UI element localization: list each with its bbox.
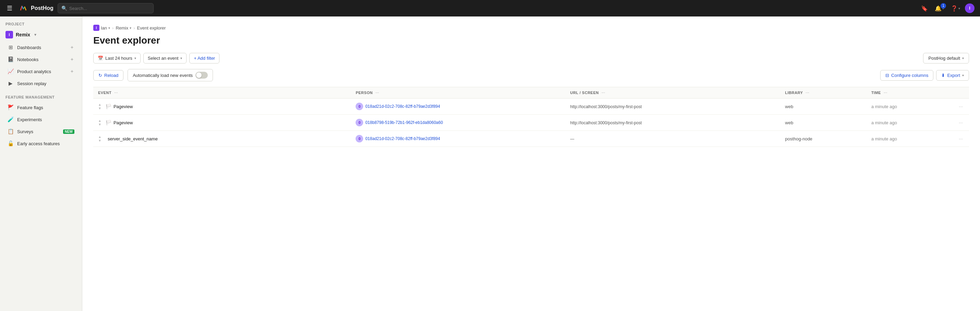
- event-icon-1: 🏳️: [106, 120, 111, 125]
- table-row[interactable]: ▲▼ 🏳️ Pageview 0 018ad21d-02c2-708c-82ff…: [93, 99, 969, 115]
- session-replay-icon: ▶: [8, 80, 14, 86]
- col-event-menu[interactable]: ···: [114, 91, 118, 95]
- sidebar-item-notebooks[interactable]: 📓 Notebooks ＋: [2, 54, 80, 65]
- row-menu-2[interactable]: ···: [958, 134, 964, 143]
- configure-columns-button[interactable]: ⊟ Configure columns: [880, 70, 933, 81]
- experiments-icon: 🧪: [8, 116, 14, 123]
- row-expand-0[interactable]: ▲▼: [98, 103, 102, 110]
- col-library-menu[interactable]: ···: [806, 91, 810, 95]
- breadcrumb-user-caret: ▾: [108, 26, 110, 30]
- row-menu-cell-1: ···: [953, 115, 969, 131]
- notifications-button[interactable]: 🔔 1 ▾: [933, 3, 946, 14]
- reload-button[interactable]: ↻ Reload: [93, 70, 123, 81]
- table-row[interactable]: ▲▼ 🏳️ Pageview 0 018b8798-519b-72b1-962f…: [93, 115, 969, 131]
- help-button[interactable]: ❓ ▾: [949, 3, 962, 14]
- sidebar-project-chevron: ▾: [34, 32, 37, 37]
- auto-load-toggle[interactable]: [196, 72, 208, 79]
- breadcrumb-project-name: Remix: [116, 26, 128, 30]
- sidebar: PROJECT I Remix ▾ ⊞ Dashboards ＋ 📓 Noteb…: [0, 16, 82, 311]
- early-access-icon: 🔓: [8, 140, 14, 147]
- row-menu-0[interactable]: ···: [958, 102, 964, 110]
- person-cell-0: 0 018ad21d-02c2-708c-82ff-b79ae2d3f894: [351, 99, 565, 115]
- search-icon: 🔍: [61, 5, 67, 11]
- sidebar-item-experiments[interactable]: 🧪 Experiments: [2, 113, 80, 125]
- person-cell-2: 0 018ad21d-02c2-708c-82ff-b79ae2d3f894: [351, 131, 565, 147]
- sidebar-project[interactable]: I Remix ▾: [0, 28, 82, 41]
- toggle-thumb: [196, 72, 202, 78]
- events-table: EVENT ··· PERSON ···: [93, 87, 969, 147]
- sidebar-item-dashboards-label: Dashboards: [17, 45, 41, 50]
- event-icon-0: 🏳️: [106, 104, 111, 109]
- sidebar-item-feature-flags[interactable]: 🚩 Feature flags: [2, 102, 80, 113]
- col-time-menu[interactable]: ···: [884, 91, 888, 95]
- export-label: Export: [947, 73, 960, 78]
- main-content: I Ian ▾ › Remix ▾ › Event explorer Event…: [82, 16, 980, 311]
- library-text-2: posthog-node: [785, 136, 813, 142]
- library-cell-0: web: [780, 99, 867, 115]
- col-url-menu[interactable]: ···: [601, 91, 605, 95]
- product-analytics-add-icon[interactable]: ＋: [70, 68, 75, 75]
- sidebar-project-label: PROJECT: [0, 16, 82, 28]
- sidebar-item-surveys[interactable]: 📋 Surveys NEW: [2, 126, 80, 137]
- sidebar-item-session-replay[interactable]: ▶ Session replay: [2, 78, 80, 89]
- main-area: PROJECT I Remix ▾ ⊞ Dashboards ＋ 📓 Noteb…: [0, 16, 980, 311]
- breadcrumb-user-name: Ian: [101, 26, 107, 30]
- app-layout: ☰ PostHog 🔍 🔖 🔔 1 ▾: [0, 0, 980, 311]
- time-filter-caret: ▾: [134, 56, 136, 60]
- time-filter-button[interactable]: 📅 Last 24 hours ▾: [93, 53, 141, 64]
- time-filter-label: Last 24 hours: [105, 56, 132, 61]
- breadcrumb-current: Event explorer: [137, 26, 166, 30]
- event-filter-label: Select an event: [148, 56, 179, 61]
- add-filter-button[interactable]: + Add filter: [189, 53, 220, 64]
- breadcrumb-user[interactable]: I Ian ▾: [93, 25, 110, 31]
- person-link-1[interactable]: 018b8798-519b-72b1-962f-eb1da8060a60: [365, 120, 443, 125]
- dashboards-add-icon[interactable]: ＋: [70, 44, 75, 51]
- product-analytics-icon: 📈: [8, 68, 14, 75]
- action-row-right: ⊟ Configure columns ⬇ Export ▾: [880, 70, 969, 81]
- col-person-menu[interactable]: ···: [375, 91, 379, 95]
- time-text-0: a minute ago: [871, 104, 897, 109]
- export-button[interactable]: ⬇ Export ▾: [936, 70, 969, 81]
- logo[interactable]: PostHog: [18, 3, 54, 14]
- page-title: Event explorer: [93, 35, 969, 46]
- time-cell-0: a minute ago: [867, 99, 953, 115]
- default-caret: ▾: [962, 56, 964, 60]
- row-menu-1[interactable]: ···: [958, 118, 964, 127]
- sidebar-item-early-access[interactable]: 🔓 Early access features: [2, 138, 80, 149]
- person-link-2[interactable]: 018ad21d-02c2-708c-82ff-b79ae2d3f894: [365, 136, 440, 141]
- row-expand-2[interactable]: ▲▼: [98, 135, 102, 142]
- sidebar-item-product-analytics-label: Product analytics: [17, 69, 51, 74]
- event-name-2: server_side_event_name: [108, 136, 158, 142]
- time-cell-2: a minute ago: [867, 131, 953, 147]
- export-caret: ▾: [962, 73, 964, 77]
- configure-cols-label: Configure columns: [891, 73, 928, 78]
- logo-text: PostHog: [31, 5, 54, 11]
- time-cell-1: a minute ago: [867, 115, 953, 131]
- event-cell-1: ▲▼ 🏳️ Pageview: [93, 115, 351, 131]
- url-cell-1: http://localhost:3000/posts/my-first-pos…: [565, 115, 780, 131]
- bookmark-icon: 🔖: [921, 5, 928, 12]
- table-row[interactable]: ▲▼ server_side_event_name 0 018ad21d-02c…: [93, 131, 969, 147]
- sidebar-item-early-access-label: Early access features: [17, 141, 60, 146]
- library-cell-1: web: [780, 115, 867, 131]
- default-button[interactable]: PostHog default ▾: [923, 53, 969, 64]
- url-cell-0: http://localhost:3000/posts/my-first-pos…: [565, 99, 780, 115]
- breadcrumb-project[interactable]: Remix ▾: [116, 26, 131, 30]
- content-inner: I Ian ▾ › Remix ▾ › Event explorer Event…: [82, 16, 980, 155]
- bookmark-button[interactable]: 🔖: [919, 3, 930, 14]
- row-menu-cell-2: ···: [953, 131, 969, 147]
- sidebar-item-dashboards[interactable]: ⊞ Dashboards ＋: [2, 41, 80, 53]
- surveys-new-badge: NEW: [63, 129, 75, 134]
- sidebar-item-product-analytics[interactable]: 📈 Product analytics ＋: [2, 65, 80, 77]
- col-person: PERSON ···: [351, 87, 565, 99]
- notebooks-add-icon[interactable]: ＋: [70, 56, 75, 62]
- search-input[interactable]: [69, 6, 150, 11]
- hamburger-button[interactable]: ☰: [5, 3, 14, 13]
- dashboards-icon: ⊞: [8, 44, 14, 51]
- person-link-0[interactable]: 018ad21d-02c2-708c-82ff-b79ae2d3f894: [365, 104, 440, 109]
- user-avatar[interactable]: I: [965, 3, 975, 13]
- search-bar[interactable]: 🔍: [57, 3, 154, 13]
- row-expand-1[interactable]: ▲▼: [98, 119, 102, 126]
- sidebar-item-feature-flags-label: Feature flags: [17, 105, 43, 110]
- event-filter-button[interactable]: Select an event ▾: [143, 53, 187, 64]
